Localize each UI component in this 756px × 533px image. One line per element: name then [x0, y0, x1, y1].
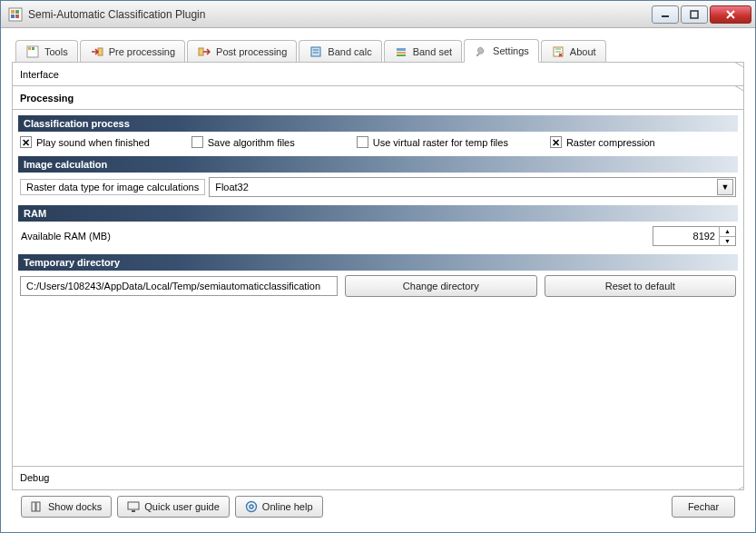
- tools-icon: [25, 44, 40, 59]
- subtab-debug[interactable]: Debug: [13, 466, 743, 489]
- content: Tools Pre processing Post processing Ban…: [1, 28, 755, 532]
- button-label: Quick user guide: [144, 501, 220, 512]
- svg-rect-23: [128, 502, 139, 509]
- checkbox-save-algorithm[interactable]: Save algorithm files: [191, 136, 295, 148]
- online-help-button[interactable]: Online help: [235, 496, 323, 518]
- button-label: Show docks: [48, 501, 102, 512]
- ram-spinbox[interactable]: ▲ ▼: [653, 226, 736, 246]
- spin-buttons: ▲ ▼: [719, 227, 735, 245]
- subtab-label: Interface: [20, 69, 59, 80]
- section-ram-header: RAM: [18, 205, 738, 222]
- button-label: Reset to default: [605, 281, 675, 291]
- spin-down[interactable]: ▼: [720, 237, 735, 246]
- section-image-calc-header: Image calculation: [18, 156, 738, 173]
- app-icon: [8, 7, 23, 22]
- checkbox-use-virtual-raster[interactable]: Use virtual raster for temp files: [357, 136, 508, 148]
- arrow-out-icon: [197, 44, 211, 59]
- show-docks-button[interactable]: Show docks: [21, 496, 112, 518]
- tab-label: Band calc: [328, 46, 371, 57]
- arrow-in-icon: [90, 44, 104, 59]
- tab-post-processing[interactable]: Post processing: [187, 40, 297, 62]
- checkbox-raster-compression[interactable]: ✕Raster compression: [550, 136, 655, 148]
- reset-default-button[interactable]: Reset to default: [545, 275, 737, 297]
- svg-rect-22: [36, 502, 40, 511]
- tab-label: Pre processing: [109, 46, 175, 57]
- svg-rect-6: [691, 11, 698, 18]
- svg-rect-1: [11, 10, 15, 14]
- svg-rect-11: [32, 47, 34, 50]
- minimize-button[interactable]: [652, 5, 679, 24]
- tab-label: About: [570, 46, 596, 57]
- docks-icon: [31, 500, 44, 513]
- checkbox-label: Use virtual raster for temp files: [373, 137, 508, 148]
- svg-rect-14: [311, 47, 320, 56]
- checkbox-label: Save algorithm files: [208, 137, 295, 148]
- ram-row: Available RAM (MB) ▲ ▼: [13, 223, 743, 249]
- ram-label: Available RAM (MB): [20, 228, 647, 244]
- tab-label: Tools: [44, 46, 68, 57]
- checkbox-label: Play sound when finished: [36, 137, 150, 148]
- classification-options-row: ✕Play sound when finished Save algorithm…: [13, 133, 743, 151]
- svg-rect-21: [32, 502, 35, 511]
- tabbar: Tools Pre processing Post processing Ban…: [12, 37, 744, 63]
- tab-label: Settings: [493, 45, 529, 56]
- checkbox-play-sound[interactable]: ✕Play sound when finished: [20, 136, 150, 148]
- close-button[interactable]: [710, 5, 751, 24]
- tab-about[interactable]: About: [541, 40, 606, 62]
- checkbox-label: Raster compression: [566, 137, 655, 148]
- svg-point-25: [246, 502, 256, 512]
- quick-guide-button[interactable]: Quick user guide: [117, 496, 230, 518]
- spin-up[interactable]: ▲: [720, 227, 735, 237]
- image-calc-label: Raster data type for image calculations: [20, 179, 205, 195]
- button-label: Change directory: [403, 281, 479, 291]
- maximize-button[interactable]: [681, 5, 708, 24]
- image-calc-row: Raster data type for image calculations …: [13, 174, 743, 200]
- tab-label: Post processing: [216, 46, 287, 57]
- tempdir-row: C:/Users/108243/AppData/Local/Temp/semia…: [13, 272, 743, 300]
- tab-label: Band set: [413, 46, 452, 57]
- section-classification-header: Classification process: [18, 115, 738, 132]
- change-directory-button[interactable]: Change directory: [345, 275, 537, 297]
- titlebar: Semi-Automatic Classification Plugin: [1, 1, 755, 28]
- tab-settings[interactable]: Settings: [464, 39, 539, 63]
- tab-band-set[interactable]: Band set: [384, 40, 462, 62]
- svg-rect-17: [397, 48, 406, 51]
- subtab-interface[interactable]: Interface: [13, 63, 743, 86]
- svg-rect-18: [397, 52, 406, 54]
- subtab-label: Processing: [20, 93, 74, 104]
- close-dialog-button[interactable]: Fechar: [672, 496, 735, 518]
- calc-icon: [309, 44, 323, 59]
- button-label: Online help: [262, 501, 313, 512]
- svg-point-26: [250, 505, 253, 508]
- chevron-down-icon: ▼: [717, 179, 733, 195]
- subtab-processing[interactable]: Processing: [13, 86, 743, 110]
- button-label: Fechar: [688, 501, 719, 512]
- window-title: Semi-Automatic Classification Plugin: [28, 8, 652, 21]
- tab-pre-processing[interactable]: Pre processing: [80, 40, 185, 62]
- select-value: Float32: [215, 182, 249, 192]
- monitor-icon: [127, 500, 140, 513]
- svg-rect-2: [15, 10, 19, 14]
- ram-input[interactable]: [653, 227, 719, 245]
- svg-rect-13: [199, 48, 203, 55]
- subtab-label: Debug: [20, 472, 49, 483]
- tab-band-calc[interactable]: Band calc: [299, 40, 381, 62]
- section-tempdir-header: Temporary directory: [18, 254, 738, 271]
- about-icon: [551, 44, 565, 59]
- data-type-select[interactable]: Float32 ▼: [209, 177, 736, 197]
- wrench-icon: [474, 44, 488, 58]
- tab-tools[interactable]: Tools: [15, 40, 78, 62]
- svg-rect-4: [15, 15, 19, 18]
- window: Semi-Automatic Classification Plugin Too…: [0, 0, 756, 533]
- svg-rect-3: [11, 15, 15, 18]
- window-controls: [652, 5, 751, 24]
- bandset-icon: [394, 44, 408, 59]
- settings-panel: Interface Processing Classification proc…: [12, 63, 744, 490]
- svg-rect-10: [28, 47, 31, 50]
- help-icon: [245, 500, 258, 513]
- svg-rect-19: [397, 54, 406, 56]
- tempdir-path: C:/Users/108243/AppData/Local/Temp/semia…: [20, 276, 338, 296]
- footer: Show docks Quick user guide Online help …: [12, 490, 744, 525]
